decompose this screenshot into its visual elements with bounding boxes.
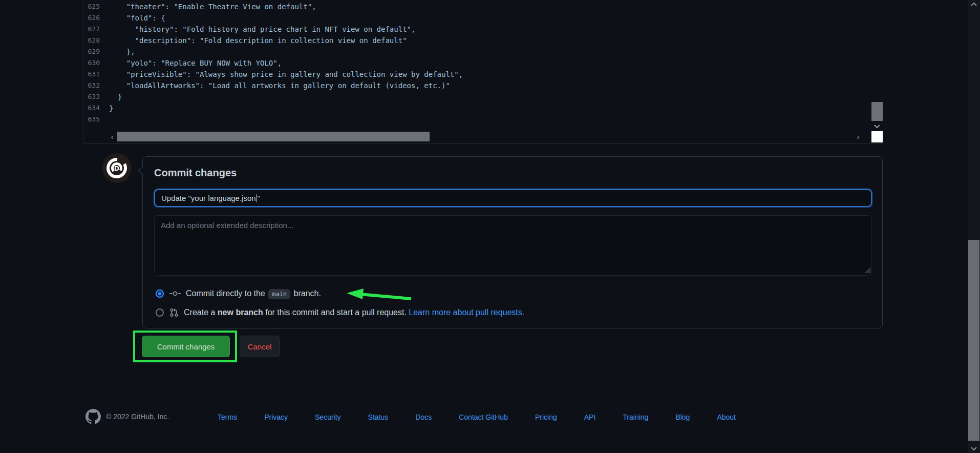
extended-description-input[interactable] bbox=[154, 215, 872, 276]
code-line: 632 "loadAllArtworks": "Load all artwork… bbox=[83, 81, 883, 93]
commit-changes-panel: Commit changes Update "your language.jso… bbox=[142, 156, 883, 328]
editor-horizontal-scrollbar[interactable]: ‹ › bbox=[83, 131, 883, 142]
line-number: 635 bbox=[83, 115, 109, 127]
code-line: 630 "yolo": "Replace BUY NOW with YOLO", bbox=[83, 59, 883, 70]
code-line: 625 "theater": "Enable Theatre View on d… bbox=[83, 3, 883, 14]
commit-direct-option[interactable]: Commit directly to the main branch. bbox=[155, 289, 321, 298]
github-edit-file-page: 625 "theater": "Enable Theatre View on d… bbox=[0, 0, 980, 453]
commit-message-value-tail: " bbox=[257, 194, 260, 202]
page-scrollbar-thumb[interactable] bbox=[968, 240, 979, 441]
footer-link[interactable]: Security bbox=[315, 413, 341, 421]
new-branch-option[interactable]: Create a new branch for this commit and … bbox=[155, 308, 524, 317]
code-line: 631 "priceVisible": "Always show price i… bbox=[83, 70, 883, 81]
svg-text:D: D bbox=[114, 165, 119, 172]
commit-message-value: Update "your language.json bbox=[161, 194, 256, 202]
line-content: "yolo": "Replace BUY NOW with YOLO", bbox=[109, 59, 282, 70]
code-line: 635 bbox=[83, 115, 883, 127]
git-commit-icon bbox=[169, 290, 181, 298]
line-number: 631 bbox=[83, 70, 109, 81]
scrollbar-corner bbox=[871, 131, 883, 142]
code-line: 629 }, bbox=[83, 48, 883, 59]
footer-divider bbox=[84, 379, 883, 379]
learn-more-link[interactable]: Learn more about pull requests. bbox=[409, 308, 524, 317]
commit-changes-button[interactable]: Commit changes bbox=[142, 336, 230, 357]
footer-link[interactable]: Training bbox=[623, 413, 648, 421]
footer-links: Terms Privacy Security Status Docs Conta… bbox=[218, 413, 736, 421]
line-content: "theater": "Enable Theatre View on defau… bbox=[109, 3, 316, 14]
git-pull-request-icon bbox=[169, 308, 179, 317]
scroll-down-icon[interactable] bbox=[968, 445, 980, 452]
line-content: "priceVisible": "Always show price in ga… bbox=[109, 70, 463, 81]
code-line: 634 } bbox=[83, 104, 883, 115]
line-content: } bbox=[109, 93, 122, 104]
commit-message-input[interactable]: Update "your language.json" bbox=[154, 189, 872, 207]
footer-link[interactable]: Status bbox=[368, 413, 389, 421]
footer-link[interactable]: Privacy bbox=[264, 413, 288, 421]
page-scrollbar[interactable] bbox=[968, 0, 980, 453]
line-content: }, bbox=[109, 48, 135, 59]
line-content: "loadAllArtworks": "Load all artworks in… bbox=[109, 81, 450, 93]
branch-name-pill: main bbox=[268, 289, 290, 299]
line-number: 630 bbox=[83, 59, 109, 70]
commit-changes-heading: Commit changes bbox=[154, 167, 237, 179]
code-line: 627 "history": "Fold history and price c… bbox=[83, 25, 883, 36]
line-content: "fold": { bbox=[109, 14, 165, 25]
footer-link[interactable]: Contact GitHub bbox=[459, 413, 508, 421]
line-number: 627 bbox=[83, 25, 109, 36]
github-logo-icon[interactable] bbox=[86, 409, 101, 424]
code-line: 633 } bbox=[83, 93, 883, 104]
cancel-button[interactable]: Cancel bbox=[240, 336, 280, 357]
user-avatar: D bbox=[102, 153, 132, 183]
scroll-down-icon[interactable] bbox=[871, 122, 883, 131]
radio-selected-icon[interactable] bbox=[155, 289, 164, 298]
scroll-up-icon[interactable] bbox=[968, 1, 980, 8]
horizontal-scrollbar-thumb[interactable] bbox=[117, 132, 430, 141]
footer-link[interactable]: Terms bbox=[218, 413, 237, 421]
vertical-scrollbar-thumb[interactable] bbox=[871, 102, 883, 121]
footer-link[interactable]: Pricing bbox=[535, 413, 557, 421]
line-number: 628 bbox=[83, 36, 109, 48]
footer-link[interactable]: Docs bbox=[415, 413, 432, 421]
code-line: 626 "fold": { bbox=[83, 14, 883, 25]
line-number: 632 bbox=[83, 81, 109, 93]
line-content: } bbox=[109, 104, 113, 115]
code-editor[interactable]: 625 "theater": "Enable Theatre View on d… bbox=[83, 0, 883, 143]
footer-link[interactable]: API bbox=[584, 413, 596, 421]
line-number: 625 bbox=[83, 3, 109, 14]
line-number: 633 bbox=[83, 93, 109, 104]
copyright-text: © 2022 GitHub, Inc. bbox=[106, 413, 169, 421]
code-lines[interactable]: 625 "theater": "Enable Theatre View on d… bbox=[83, 3, 883, 127]
line-number: 634 bbox=[83, 104, 109, 115]
line-content: "description": "Fold description in coll… bbox=[109, 36, 407, 48]
footer-link[interactable]: Blog bbox=[675, 413, 690, 421]
commit-direct-label: Commit directly to the main branch. bbox=[186, 289, 321, 298]
line-number: 629 bbox=[83, 48, 109, 59]
scroll-right-icon[interactable]: › bbox=[854, 131, 862, 142]
footer-link[interactable]: About bbox=[717, 413, 736, 421]
radio-unselected-icon[interactable] bbox=[155, 308, 164, 317]
speech-caret-inner bbox=[139, 166, 144, 175]
scroll-left-icon[interactable]: ‹ bbox=[108, 131, 116, 142]
line-content: "history": "Fold history and price chart… bbox=[109, 25, 415, 36]
new-branch-label: Create a new branch for this commit and … bbox=[184, 308, 524, 317]
line-number: 626 bbox=[83, 14, 109, 25]
code-line: 628 "description": "Fold description in … bbox=[83, 36, 883, 48]
